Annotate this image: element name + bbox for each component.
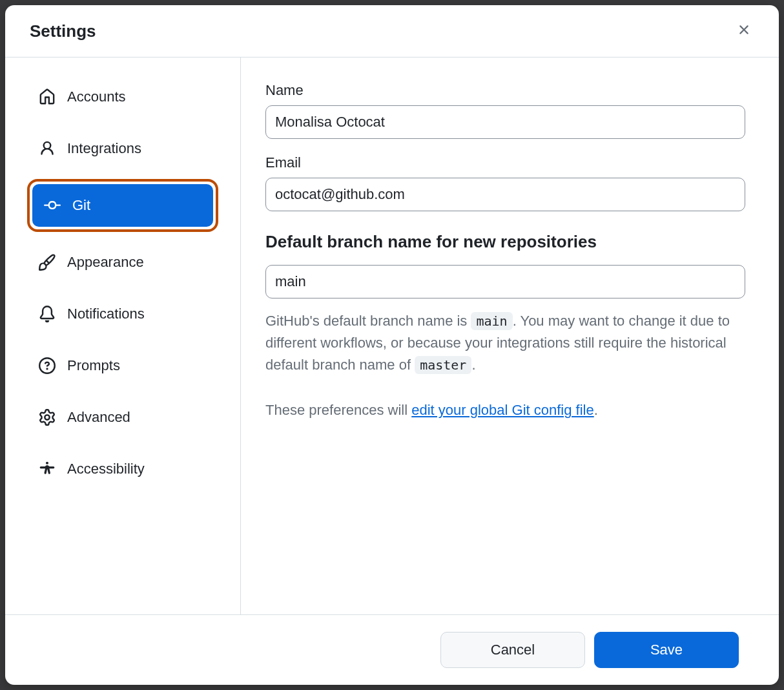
git-config-link[interactable]: edit your global Git config file: [411, 402, 594, 418]
name-label: Name: [265, 82, 745, 99]
accessibility-icon: [39, 461, 56, 477]
sidebar: Accounts Integrations Git: [5, 58, 241, 614]
sidebar-item-integrations[interactable]: Integrations: [27, 127, 218, 170]
cancel-button[interactable]: Cancel: [440, 632, 585, 668]
content-panel: Name Email Default branch name for new r…: [241, 58, 779, 614]
dialog-title: Settings: [30, 21, 96, 41]
email-label: Email: [265, 154, 745, 171]
default-branch-helper: GitHub's default branch name is main. Yo…: [265, 310, 745, 376]
sidebar-item-label: Accounts: [67, 89, 126, 105]
sidebar-item-accessibility[interactable]: Accessibility: [27, 448, 218, 490]
dialog-header: Settings: [5, 5, 779, 58]
code-main: main: [471, 312, 512, 330]
field-email: Email: [265, 154, 745, 211]
settings-dialog: Settings Accounts Integrations: [5, 5, 779, 685]
question-icon: [39, 357, 56, 374]
sidebar-item-label: Advanced: [67, 409, 130, 426]
name-input[interactable]: [265, 105, 745, 139]
prefs-note: These preferences will edit your global …: [265, 399, 745, 421]
default-branch-input[interactable]: [265, 265, 745, 298]
bell-icon: [39, 306, 56, 322]
sidebar-item-appearance[interactable]: Appearance: [27, 241, 218, 284]
email-input[interactable]: [265, 178, 745, 211]
sidebar-item-notifications[interactable]: Notifications: [27, 293, 218, 335]
field-name: Name: [265, 82, 745, 139]
close-icon: [736, 22, 752, 40]
dialog-body: Accounts Integrations Git: [5, 58, 779, 614]
sidebar-item-label: Accessibility: [67, 461, 145, 477]
sidebar-item-label: Prompts: [67, 357, 120, 374]
sidebar-item-prompts[interactable]: Prompts: [27, 344, 218, 387]
sidebar-item-git[interactable]: Git: [27, 179, 218, 232]
sidebar-item-label: Appearance: [67, 254, 144, 271]
code-master: master: [415, 356, 471, 374]
sidebar-item-advanced[interactable]: Advanced: [27, 396, 218, 439]
save-button[interactable]: Save: [594, 632, 739, 668]
paintbrush-icon: [39, 254, 56, 271]
sidebar-item-accounts[interactable]: Accounts: [27, 76, 218, 118]
sidebar-item-label: Notifications: [67, 306, 145, 322]
default-branch-heading: Default branch name for new repositories: [265, 232, 745, 252]
person-icon: [39, 140, 56, 157]
sidebar-item-label: Git: [72, 197, 90, 214]
home-icon: [39, 89, 56, 105]
dialog-footer: Cancel Save: [5, 614, 779, 685]
git-commit-icon: [44, 197, 61, 214]
gear-icon: [39, 409, 56, 426]
sidebar-item-label: Integrations: [67, 140, 141, 157]
close-button[interactable]: [734, 19, 754, 43]
